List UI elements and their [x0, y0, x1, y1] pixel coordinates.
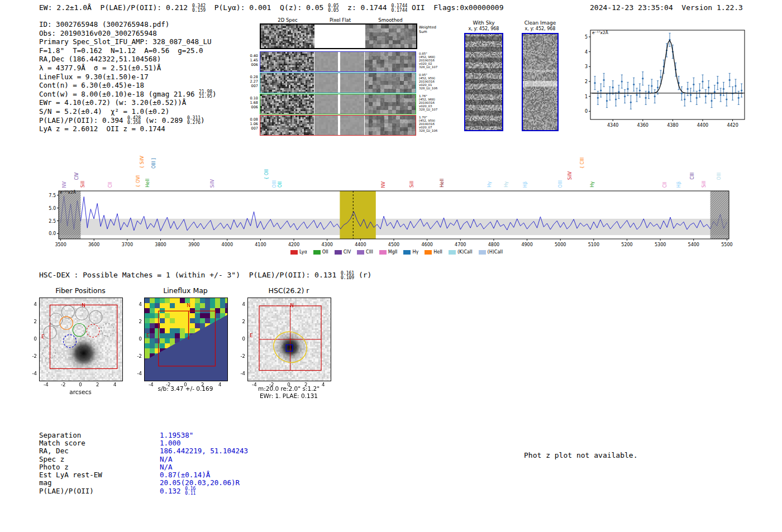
sup-sub-uncertainty: 0.4280.358 [127, 116, 141, 125]
info-line-10: S/N = 5.2(±0.4) χ² = 1.0(±0.2) [39, 107, 217, 116]
match-table-value: 186.442219, 51.104243 [160, 447, 248, 455]
svg-text:4600: 4600 [421, 242, 432, 247]
legend-swatch [403, 250, 411, 255]
fiber-weight-value: 1.45 [246, 58, 258, 63]
info-line-6: LineFlux = 9.30(±1.50)e-17 [39, 73, 217, 82]
svg-text:3: 3 [585, 64, 588, 69]
match-table-label: Est LyA rest-EW [39, 471, 160, 479]
x-tick-label: 2 [92, 382, 104, 387]
svg-text:2.5: 2.5 [49, 219, 56, 224]
fiber-weight-value: 0.28 [246, 75, 258, 79]
y-tick-label: 2 [236, 319, 245, 324]
fiber-positions-title: Fiber Positions [39, 286, 122, 295]
match-table-row: Photo zN/A [39, 463, 248, 471]
legend-swatch [425, 250, 432, 255]
spec2d-row [260, 94, 416, 114]
row-smoothed-image [365, 116, 416, 135]
x-tick-label: 4 [317, 382, 330, 387]
legend-swatch [335, 250, 342, 255]
svg-text:3500: 3500 [55, 242, 66, 247]
emission-line-label: Hβ [676, 181, 681, 188]
x-tick-label: -4 [40, 382, 52, 387]
emission-line-label: CII [108, 182, 113, 188]
svg-text:4700: 4700 [455, 242, 466, 247]
info-line-2: Primary Spec_Slot_IFU_AMP: 328_087_048_L… [39, 37, 217, 46]
svg-text:E: E [146, 333, 150, 338]
svg-text:5400: 5400 [688, 242, 699, 247]
emission-line-label: { OII [264, 169, 269, 180]
with-sky-image [465, 34, 502, 130]
emission-line-label: CII [662, 182, 667, 188]
photz-note: Phot z plot not available. [524, 451, 638, 459]
y-tick-label: 4 [133, 301, 142, 307]
legend-item: CIV [335, 250, 351, 255]
info-line-3: F=1.8" T=0.162 N=1.12 A=0.56 g=25.0 [39, 46, 217, 55]
spec2d-row [260, 115, 416, 136]
lineflux-overlay-svg: NE [145, 298, 227, 381]
match-table-value: N/A [160, 463, 173, 471]
fiber-overlay-svg: NE [40, 298, 122, 381]
legend-label: (H)CaII [488, 250, 503, 255]
legend-label: HeII [433, 250, 442, 255]
emission-line-label: NV [62, 181, 67, 188]
spectrum-svg: 0.02.55.07.53500360037003800390040004100… [44, 188, 742, 256]
match-table-label: Match score [39, 439, 160, 447]
fiber-weight-value: 0.10 [246, 96, 258, 100]
emission-line-label: OIII [272, 180, 277, 188]
match-table-row: Separation1.19538" [39, 432, 248, 439]
fiber-weight-value: 007 [246, 84, 258, 88]
hsc-cutout-title: HSC(26.2) r [247, 286, 330, 295]
fiber-weight-value: 007 [246, 126, 258, 131]
emission-line-label: HeII [440, 179, 445, 188]
fit-plot-svg: 01234543404360438044004420e⁻¹⁷x2Å [578, 26, 748, 133]
clean-image-box [522, 33, 559, 131]
fiber-weight-value: 0.40 [246, 54, 258, 58]
emission-line-label: SiII [80, 181, 85, 188]
spec2d-row-annotations: 1.70"(452, 959)20190316v020_07328_LU_106 [419, 116, 442, 132]
legend-item: HeII [425, 250, 442, 255]
svg-text:4420: 4420 [727, 123, 738, 128]
svg-text:5200: 5200 [621, 242, 632, 247]
header-datetime-version: 2024-12-23 23:35:04 Version 1.22.3 [590, 3, 743, 12]
y-tick-label: 0 [236, 336, 245, 342]
y-tick-label: 0 [28, 336, 37, 342]
fiber-positions-plot: NE [39, 298, 123, 381]
weighted-pixelflat-blank [315, 25, 365, 48]
spec2d-row-left-labels: 0.081.06007 [246, 117, 258, 131]
sup-sub-uncertainty: 0.3110.276 [187, 116, 201, 125]
match-table-row: Spec zN/A [39, 456, 248, 463]
spec2d-col-title: 2D Spec [260, 17, 316, 23]
match-table-label: RA, Dec [39, 447, 160, 455]
x-tick-label: 0 [74, 382, 87, 387]
match-table-value: 1.000 [160, 439, 181, 447]
emission-line-label: NV [381, 181, 386, 188]
svg-text:4360: 4360 [637, 123, 649, 128]
match-table-value: 0.132 0.160.11 [160, 487, 196, 495]
legend-label: Hγ [412, 250, 418, 255]
match-table-label: P(LAE)/P(OII) [39, 487, 160, 495]
emission-line-labels: NVCIVSiIICII{ OVI{ SiIVHeIIOIII ]SiIV{ O… [44, 150, 742, 188]
legend-item: CIII [357, 250, 373, 255]
hsc-caption-2: EWr: 1. PLAE: 0.131 [242, 392, 336, 399]
emission-line-label: SiIV [210, 179, 215, 188]
info-line-1: Obs: 20190316v020_3002765948 [39, 29, 217, 38]
match-table-label: Separation [39, 432, 160, 439]
emission-line-label: SiII [702, 181, 707, 188]
with-sky-title: With Sky [459, 20, 509, 26]
spec2d-row-annotations: 0.95"(452, 959)20190316v020_01328_LU_106 [419, 73, 442, 90]
weighted-sum-strip [260, 23, 417, 49]
match-table-row: Est LyA rest-EW0.87(±0.14)Å [39, 471, 248, 479]
row-2dspec-image [260, 52, 314, 71]
row-smoothed-image [365, 94, 416, 114]
svg-text:1: 1 [585, 94, 588, 99]
x-tick-label: -4 [248, 382, 260, 387]
emission-line-label: SiII [409, 181, 414, 188]
sub-value: 0.1744 [391, 8, 407, 13]
match-table-label: mag [39, 479, 160, 487]
legend-item: Lyα [290, 250, 307, 255]
svg-text:E: E [41, 334, 45, 339]
full-spectrum-plot: 0.02.55.07.53500360037003800390040004100… [44, 188, 742, 256]
svg-text:4200: 4200 [288, 242, 299, 247]
y-tick-label: -2 [28, 353, 37, 359]
fiber-annotation-line: 328_LU_106 [419, 129, 442, 132]
